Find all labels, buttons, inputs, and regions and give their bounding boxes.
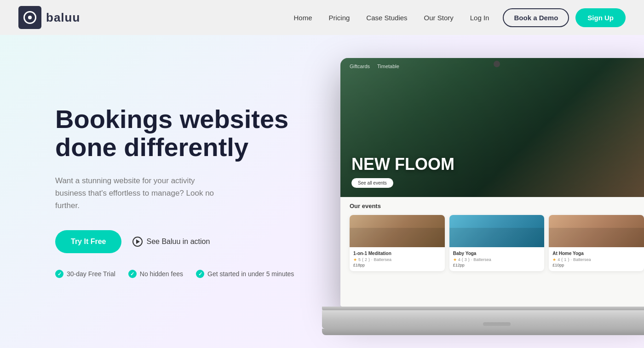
logo-box bbox=[18, 6, 41, 29]
laptop-hinge bbox=[322, 307, 644, 310]
nav-pricing[interactable]: Pricing bbox=[328, 14, 350, 22]
laptop-mockup: Giftcards Timetable NEW FLOOM See all ev… bbox=[322, 58, 644, 334]
hero-content: Bookings websites done differently Want … bbox=[55, 105, 294, 278]
play-triangle-icon bbox=[136, 239, 140, 244]
nav-home[interactable]: Home bbox=[293, 14, 312, 22]
laptop-bottom-edge bbox=[322, 329, 644, 335]
card-body-meditation: 1-on-1 Meditation ★ 5 (2) · Battersea £1… bbox=[350, 247, 445, 271]
hero-buttons: Try It Free See Baluu in action bbox=[55, 230, 294, 253]
card-body-baby-yoga: Baby Yoga ★ 4 (3) · Battersea £12pp bbox=[449, 247, 545, 271]
logo-area: baluu bbox=[18, 6, 80, 29]
laptop-foot bbox=[483, 322, 511, 326]
screen-cards: 1-on-1 Meditation ★ 5 (2) · Battersea £1… bbox=[350, 215, 644, 271]
hero-subtitle: Want a stunning website for your activit… bbox=[55, 174, 221, 212]
check-icon-fees bbox=[128, 270, 137, 278]
see-action-button[interactable]: See Baluu in action bbox=[132, 237, 210, 247]
laptop-screen-wrapper: Giftcards Timetable NEW FLOOM See all ev… bbox=[340, 58, 644, 307]
screen-events-heading: Our events bbox=[350, 203, 644, 209]
book-demo-button[interactable]: Book a Demo bbox=[503, 8, 569, 27]
screen-card-meditation: 1-on-1 Meditation ★ 5 (2) · Battersea £1… bbox=[350, 215, 445, 271]
badge-fees: No hidden fees bbox=[128, 270, 183, 278]
card-title-baby-yoga: Baby Yoga bbox=[453, 251, 541, 256]
card-meta-baby-yoga: ★ 4 (3) · Battersea bbox=[453, 257, 541, 262]
laptop-bottom bbox=[322, 310, 644, 329]
badge-trial: 30-day Free Trial bbox=[55, 270, 115, 278]
laptop-screen: Giftcards Timetable NEW FLOOM See all ev… bbox=[340, 58, 644, 307]
laptop-notch bbox=[494, 61, 500, 67]
screen-hero-title: NEW FLOOM bbox=[351, 156, 642, 173]
star-icon-home-yoga: ★ bbox=[552, 257, 556, 262]
card-img-home-yoga bbox=[549, 215, 644, 247]
screen-nav: Giftcards Timetable bbox=[350, 64, 399, 69]
screen-card-baby-yoga: Baby Yoga ★ 4 (3) · Battersea £12pp bbox=[449, 215, 545, 271]
brand-name: baluu bbox=[46, 11, 80, 25]
star-icon-meditation: ★ bbox=[353, 257, 357, 262]
nav-links: Home Pricing Case Studies Our Story Log … bbox=[293, 14, 489, 22]
navbar: baluu Home Pricing Case Studies Our Stor… bbox=[0, 0, 644, 35]
play-icon bbox=[132, 237, 143, 247]
nav-our-story[interactable]: Our Story bbox=[424, 14, 454, 22]
hero-badges: 30-day Free Trial No hidden fees Get sta… bbox=[55, 270, 294, 278]
check-icon-trial bbox=[55, 270, 63, 278]
card-title-home-yoga: At Home Yoga bbox=[552, 251, 640, 256]
logo-icon bbox=[23, 11, 36, 24]
card-title-meditation: 1-on-1 Meditation bbox=[353, 251, 441, 256]
check-icon-start bbox=[196, 270, 204, 278]
card-img-meditation bbox=[350, 215, 445, 247]
try-free-button[interactable]: Try It Free bbox=[55, 230, 121, 253]
card-img-baby-yoga bbox=[449, 215, 545, 247]
screen-nav-timetable: Timetable bbox=[377, 64, 399, 69]
screen-card-home-yoga: At Home Yoga ★ 4 (1) · Battersea £10pp bbox=[549, 215, 644, 271]
hero-title: Bookings websites done differently bbox=[55, 105, 294, 162]
hero-section: Bookings websites done differently Want … bbox=[0, 35, 644, 348]
card-meta-home-yoga: ★ 4 (1) · Battersea bbox=[552, 257, 640, 262]
screen-nav-giftcards: Giftcards bbox=[350, 64, 370, 69]
nav-login[interactable]: Log In bbox=[470, 14, 489, 22]
card-body-home-yoga: At Home Yoga ★ 4 (1) · Battersea £10pp bbox=[549, 247, 644, 271]
screen-see-events: See all events bbox=[351, 178, 393, 188]
card-price-meditation: £18pp bbox=[353, 263, 441, 267]
card-meta-meditation: ★ 5 (2) · Battersea bbox=[353, 257, 441, 262]
badge-start: Get started in under 5 minutes bbox=[196, 270, 294, 278]
sign-up-button[interactable]: Sign Up bbox=[575, 8, 626, 27]
card-price-baby-yoga: £12pp bbox=[453, 263, 541, 267]
card-price-home-yoga: £10pp bbox=[552, 263, 640, 267]
laptop-base bbox=[322, 307, 644, 334]
screen-hero: Giftcards Timetable NEW FLOOM See all ev… bbox=[340, 58, 644, 197]
screen-events: Our events 1-on-1 Meditation ★ 5 (2) · bbox=[340, 197, 644, 307]
star-icon-baby-yoga: ★ bbox=[453, 257, 457, 262]
nav-case-studies[interactable]: Case Studies bbox=[366, 14, 407, 22]
